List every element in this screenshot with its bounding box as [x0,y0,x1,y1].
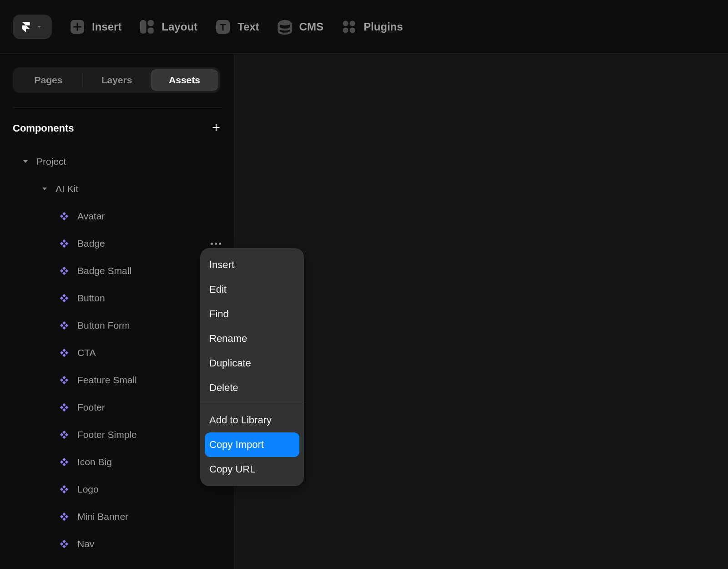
toolbar-item-layout[interactable]: Layout [139,19,197,35]
chevron-down-icon [35,23,43,30]
toolbar-label: Layout [162,20,197,33]
component-name: Button [77,293,105,304]
ctx-item-copy-url[interactable]: Copy URL [205,457,299,482]
component-item[interactable]: Footer Simple [0,421,234,448]
component-icon [59,539,69,549]
component-icon [59,348,69,358]
component-icon [59,320,69,330]
component-item[interactable]: Badge [0,230,234,257]
tree-folder-project[interactable]: Project [0,148,234,175]
ctx-item-rename[interactable]: Rename [205,326,299,351]
tree-label: Project [36,156,66,167]
top-toolbar: Insert Layout T Text CMS Plugins [0,0,728,54]
svg-point-7 [343,20,348,26]
toolbar-label: Plugins [364,20,403,33]
more-options-button[interactable] [211,243,221,245]
svg-point-8 [349,20,355,26]
app-menu-button[interactable] [13,15,52,39]
component-icon [59,239,69,249]
component-item[interactable]: Feature Small [0,366,234,394]
tab-layers[interactable]: Layers [83,69,151,91]
component-name: Badge [77,238,105,249]
components-section-header: Components [0,108,234,134]
layout-icon [139,19,155,35]
component-icon [59,402,69,412]
component-name: Feature Small [77,375,137,386]
component-item[interactable]: CTA [0,339,234,366]
tab-assets[interactable]: Assets [151,69,218,91]
component-name: Mini Banner [77,511,128,522]
ctx-item-copy-import[interactable]: Copy Import [205,432,299,457]
add-component-button[interactable] [211,122,221,134]
menu-separator [200,404,304,404]
component-name: Footer Simple [77,429,137,440]
context-menu: Insert Edit Find Rename Duplicate Delete… [200,248,304,486]
component-icon [59,430,69,440]
component-icon [59,211,69,221]
ctx-item-add-to-library[interactable]: Add to Library [205,408,299,432]
component-item[interactable]: Badge Small [0,257,234,284]
component-name: CTA [77,347,96,358]
component-name: Nav [77,539,94,549]
component-icon [59,457,69,467]
svg-rect-2 [148,20,154,26]
svg-rect-1 [140,20,147,34]
component-icon [59,375,69,385]
caret-down-icon [23,159,28,164]
toolbar-item-cms[interactable]: CMS [277,19,324,35]
component-item[interactable]: Logo [0,476,234,503]
svg-rect-3 [148,27,154,34]
toolbar-label: CMS [299,20,324,33]
section-title: Components [13,122,74,134]
tree-folder-ai-kit[interactable]: AI Kit [0,175,234,203]
toolbar-item-text[interactable]: T Text [215,19,259,35]
component-name: Footer [77,402,105,413]
component-name: Badge Small [77,265,131,276]
main-area: Pages Layers Assets Components Project A… [0,54,728,569]
toolbar-item-plugins[interactable]: Plugins [341,19,403,35]
toolbar-label: Text [238,20,259,33]
ctx-item-delete[interactable]: Delete [205,376,299,400]
component-item[interactable]: Button Form [0,312,234,339]
ctx-item-duplicate[interactable]: Duplicate [205,351,299,376]
component-item[interactable]: Nav [0,530,234,558]
svg-text:T: T [220,21,226,32]
plugins-icon [341,19,357,35]
svg-point-9 [343,27,348,33]
component-name: Icon Big [77,457,112,467]
tab-pages[interactable]: Pages [15,69,82,91]
ctx-item-edit[interactable]: Edit [205,277,299,302]
component-name: Logo [77,484,99,495]
component-icon [59,266,69,276]
toolbar-label: Insert [92,20,121,33]
component-tree: Project AI Kit Avatar Badge Badge Small [0,134,234,569]
component-item[interactable]: Mini Banner [0,503,234,530]
component-item[interactable]: Icon Big [0,448,234,476]
canvas[interactable] [234,54,728,569]
panel-tabs: Pages Layers Assets [13,67,220,93]
component-icon [59,512,69,522]
component-item[interactable]: Footer [0,394,234,421]
toolbar-item-insert[interactable]: Insert [69,19,121,35]
plus-square-icon [69,19,86,35]
component-name: Avatar [77,211,105,222]
ctx-item-find[interactable]: Find [205,302,299,326]
left-panel: Pages Layers Assets Components Project A… [0,54,234,569]
text-icon: T [215,19,231,35]
ctx-item-insert[interactable]: Insert [205,253,299,277]
component-icon [59,484,69,494]
database-icon [277,19,293,35]
svg-point-6 [278,20,291,25]
caret-down-icon [42,186,47,192]
svg-point-10 [349,27,355,33]
component-item[interactable]: Avatar [0,203,234,230]
component-icon [59,293,69,303]
component-name: Button Form [77,320,130,331]
framer-logo-icon [20,21,32,33]
tree-label: AI Kit [56,183,78,194]
component-item[interactable]: Button [0,284,234,312]
